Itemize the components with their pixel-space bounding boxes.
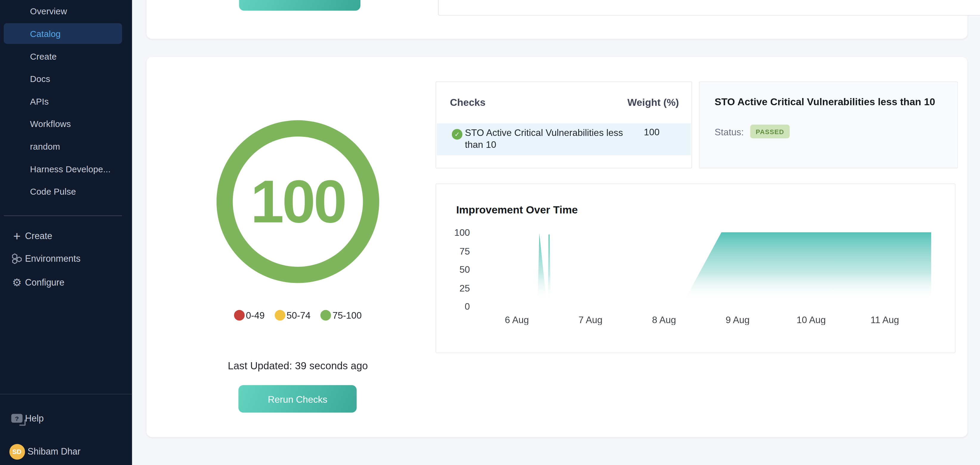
help-button[interactable]: Help (0, 407, 132, 430)
x-tick-label: 8 Aug (639, 315, 689, 325)
x-tick-label: 7 Aug (565, 315, 616, 325)
help-chat-icon (9, 414, 25, 423)
sidebar-item-docs[interactable]: Docs (0, 68, 132, 90)
previous-scorecard-card (146, 0, 967, 39)
sidebar-action-configure[interactable]: ⚙ Configure (0, 271, 132, 294)
rerun-checks-button-partial[interactable] (239, 0, 360, 11)
check-name: STO Active Critical Vulnerabilities less… (465, 126, 637, 150)
app-root: Overview Catalog Create Docs APIs Workfl… (0, 0, 980, 465)
checks-header: Checks Weight (%) (450, 97, 679, 109)
legend-item-low: 0-49 (234, 310, 265, 320)
check-row[interactable]: ✓ STO Active Critical Vulnerabilities le… (437, 123, 691, 155)
legend-item-mid: 50-74 (275, 310, 311, 320)
x-tick-label: 9 Aug (713, 315, 762, 325)
y-tick-label: 75 (445, 245, 470, 256)
sidebar-item-catalog[interactable]: Catalog (0, 22, 132, 45)
sidebar-item-create[interactable]: Create (0, 45, 132, 68)
avatar: SD (9, 444, 25, 459)
yellow-dot-icon (275, 310, 285, 320)
red-dot-icon (234, 310, 245, 320)
status-badge: PASSED (750, 125, 790, 138)
improvement-chart-panel: Improvement Over Time 0255075100 6 Aug7 … (436, 184, 956, 353)
sidebar-item-code-pulse[interactable]: Code Pulse (0, 181, 132, 203)
previous-chart-panel-partial (438, 0, 980, 16)
y-tick-label: 100 (445, 227, 470, 238)
sidebar-action-environments[interactable]: Environments (0, 248, 132, 270)
user-menu[interactable]: SD Shibam Dhar (0, 440, 132, 463)
status-row: Status: PASSED (714, 125, 790, 138)
weight-column-header: Weight (%) (627, 97, 679, 109)
improvement-area-chart (436, 184, 955, 353)
score-legend: 0-49 50-74 75-100 (173, 306, 423, 324)
rerun-checks-button[interactable]: Rerun Checks (238, 385, 356, 412)
sidebar: Overview Catalog Create Docs APIs Workfl… (0, 0, 132, 465)
sidebar-item-overview[interactable]: Overview (0, 0, 132, 22)
sidebar-item-workflows[interactable]: Workflows (0, 113, 132, 135)
x-tick-label: 11 Aug (860, 315, 910, 325)
y-tick-label: 0 (445, 301, 470, 312)
checks-column-header: Checks (450, 97, 485, 109)
sidebar-divider (4, 216, 122, 216)
check-status-panel: STO Active Critical Vulnerabilities less… (699, 81, 958, 168)
user-name: Shibam Dhar (27, 446, 80, 457)
x-tick-label: 6 Aug (492, 315, 542, 325)
x-tick-label: 10 Aug (786, 315, 836, 325)
check-status-title: STO Active Critical Vulnerabilities less… (714, 97, 947, 108)
sidebar-bottom-divider (0, 394, 132, 395)
check-weight: 100 (644, 126, 660, 137)
score-gauge: 100 (216, 120, 379, 283)
scorecard-card: STO Active Vulnerabilities 100 0-49 50-7… (146, 57, 967, 437)
y-tick-label: 25 (445, 282, 470, 293)
last-updated-text: Last Updated: 39 seconds ago (173, 360, 423, 372)
y-tick-label: 50 (445, 264, 470, 275)
score-value: 100 (250, 167, 345, 236)
sidebar-item-random[interactable]: random (0, 135, 132, 158)
check-passed-icon: ✓ (452, 129, 463, 140)
hexagons-icon (9, 253, 25, 264)
green-dot-icon (320, 310, 331, 320)
gear-icon: ⚙ (9, 276, 25, 289)
status-label: Status: (714, 126, 744, 137)
sidebar-action-create[interactable]: + Create (0, 225, 132, 248)
sidebar-item-apis[interactable]: APIs (0, 90, 132, 113)
sidebar-item-harness-developer[interactable]: Harness Develope... (0, 158, 132, 181)
legend-item-high: 75-100 (320, 310, 362, 320)
plus-icon: + (9, 230, 25, 242)
checks-panel: Checks Weight (%) ✓ STO Active Critical … (436, 81, 692, 168)
